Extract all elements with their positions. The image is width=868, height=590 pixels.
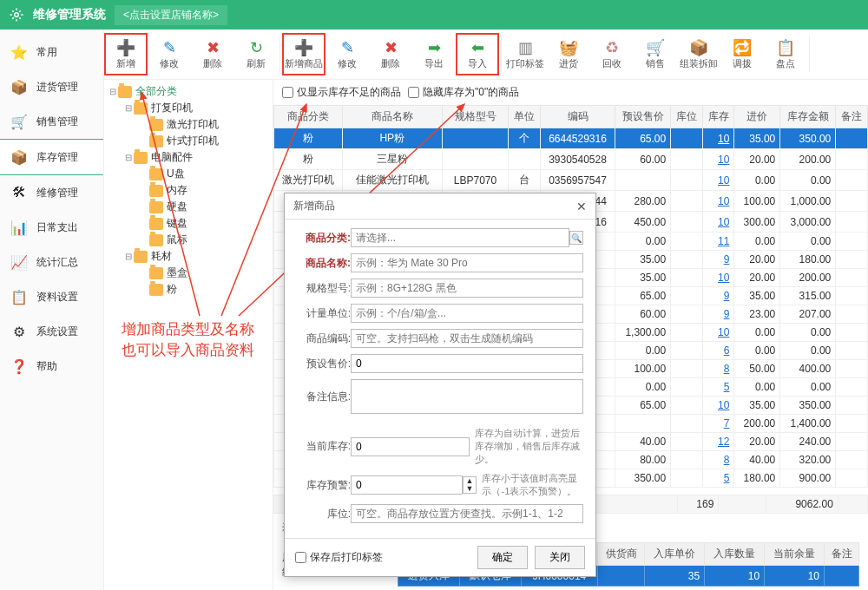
checkbox-icon[interactable] bbox=[408, 87, 419, 98]
cell[interactable]: 9 bbox=[702, 305, 734, 324]
stepper-icon[interactable]: ▲▼ bbox=[463, 476, 477, 494]
cell[interactable]: 5 bbox=[702, 378, 734, 397]
tree-toggle-icon[interactable]: ⊟ bbox=[123, 103, 134, 113]
table-row[interactable]: 粉三星粉393054052860.001020.00200.00 bbox=[274, 149, 868, 170]
ok-button[interactable]: 确定 bbox=[477, 546, 528, 569]
sidebar-item-stock[interactable]: 📦库存管理 bbox=[0, 139, 103, 175]
filter-zero-stock[interactable]: 隐藏库存为"0"的商品 bbox=[408, 85, 519, 100]
cell[interactable]: 8 bbox=[702, 451, 734, 469]
toolbar-修改[interactable]: ✎修改 bbox=[326, 33, 369, 75]
spec-input[interactable] bbox=[351, 279, 583, 298]
name-input[interactable] bbox=[351, 253, 583, 272]
toolbar-调拨[interactable]: 🔁调拨 bbox=[720, 33, 764, 75]
filter-low-stock[interactable]: 仅显示库存不足的商品 bbox=[282, 85, 401, 100]
checkbox-icon[interactable] bbox=[295, 552, 306, 563]
toolbar-组装拆卸[interactable]: 📦组装拆卸 bbox=[677, 33, 720, 75]
toolbar-导出[interactable]: ➡导出 bbox=[412, 33, 456, 75]
cell[interactable]: 10 bbox=[702, 170, 734, 191]
toolbar-进货[interactable]: 🧺进货 bbox=[547, 33, 590, 75]
cell bbox=[836, 191, 868, 212]
cell[interactable]: 10 bbox=[702, 128, 734, 149]
toolbar-label: 修改 bbox=[160, 57, 179, 70]
loc-input[interactable] bbox=[351, 504, 583, 523]
cell[interactable]: 10 bbox=[702, 149, 734, 170]
price-input[interactable] bbox=[351, 354, 583, 373]
toolbar-销售[interactable]: 🛒销售 bbox=[634, 33, 677, 75]
search-icon[interactable]: 🔍 bbox=[569, 231, 583, 245]
tree-toggle-icon[interactable]: ⊟ bbox=[108, 87, 118, 96]
cell[interactable]: 8 bbox=[702, 360, 734, 378]
tree-node[interactable]: ⊟全部分类 bbox=[104, 83, 273, 100]
toolbar-修改[interactable]: ✎修改 bbox=[148, 33, 191, 75]
cell[interactable]: 9 bbox=[702, 287, 734, 305]
cell bbox=[836, 233, 868, 251]
cell: LBP7070 bbox=[442, 170, 509, 191]
sidebar-item-expense[interactable]: 📊日常支出 bbox=[0, 210, 103, 245]
cell: 台 bbox=[509, 170, 541, 191]
stock-input[interactable] bbox=[351, 437, 470, 456]
sidebar-item-sales[interactable]: 🛒销售管理 bbox=[0, 104, 103, 139]
cell[interactable]: 12 bbox=[702, 433, 734, 451]
toolbar-label: 删除 bbox=[381, 57, 400, 70]
shop-name-setter[interactable]: <点击设置店铺名称> bbox=[115, 5, 227, 25]
cell[interactable]: 5 bbox=[702, 469, 734, 488]
tree-node[interactable]: 激光打印机 bbox=[104, 116, 273, 133]
tree-node[interactable]: ⊟电脑配件 bbox=[104, 149, 273, 166]
tree-node[interactable]: 硬盘 bbox=[104, 199, 273, 215]
toolbar-删除[interactable]: ✖删除 bbox=[191, 33, 234, 75]
cell[interactable]: 10 bbox=[702, 269, 734, 287]
tree-node[interactable]: ⊟耗材 bbox=[104, 248, 273, 265]
tree-node[interactable]: 鼠标 bbox=[104, 232, 273, 248]
warn-input[interactable] bbox=[351, 475, 463, 495]
toolbar-回收[interactable]: ♻回收 bbox=[590, 33, 634, 75]
sidebar-item-stats[interactable]: 📈统计汇总 bbox=[0, 245, 103, 279]
code-input[interactable] bbox=[351, 329, 583, 348]
toolbar-盘点[interactable]: 📋盘点 bbox=[764, 33, 807, 75]
cell[interactable]: 10 bbox=[702, 212, 734, 233]
toolbar-新增[interactable]: ➕新增 bbox=[104, 33, 148, 75]
unit-input[interactable] bbox=[351, 304, 583, 323]
sidebar-item-help[interactable]: ❓帮助 bbox=[0, 349, 103, 384]
toolbar-删除[interactable]: ✖删除 bbox=[369, 33, 412, 75]
tree-toggle-icon[interactable]: ⊟ bbox=[123, 252, 134, 261]
table-row[interactable]: 粉HP粉个664452931665.001035.00350.00 bbox=[274, 128, 868, 149]
tree-toggle-icon[interactable]: ⊟ bbox=[123, 153, 134, 162]
cell: 50.00 bbox=[734, 360, 780, 378]
cell: 激光打印机 bbox=[274, 170, 343, 191]
cell[interactable]: 6 bbox=[702, 342, 734, 360]
cell[interactable]: 7 bbox=[702, 415, 734, 433]
cell[interactable]: 11 bbox=[702, 233, 734, 251]
table-row[interactable]: 激光打印机佳能激光打印机LBP7070台0356957547100.000.00 bbox=[274, 170, 868, 191]
toolbar-icon: ✎ bbox=[338, 38, 357, 57]
cell[interactable]: 9 bbox=[702, 251, 734, 269]
sidebar-item-purchase[interactable]: 📦进货管理 bbox=[0, 69, 103, 104]
toolbar-导入[interactable]: ⬅导入 bbox=[456, 33, 499, 75]
tree-node[interactable]: 内存 bbox=[104, 182, 273, 199]
cell: 40.00 bbox=[734, 451, 780, 469]
tree-node[interactable]: ⊟打复印机 bbox=[104, 100, 273, 116]
remark-input[interactable] bbox=[351, 379, 583, 414]
cell[interactable]: 10 bbox=[702, 324, 734, 342]
save-print-checkbox[interactable]: 保存后打印标签 bbox=[295, 550, 383, 565]
sidebar-item-data[interactable]: 📋资料设置 bbox=[0, 279, 103, 314]
tree-node[interactable]: 针式打印机 bbox=[104, 133, 273, 149]
toolbar-打印标签[interactable]: ▥打印标签 bbox=[503, 33, 547, 75]
cell[interactable]: 10 bbox=[702, 191, 734, 212]
cell[interactable]: 10 bbox=[702, 397, 734, 415]
checkbox-icon[interactable] bbox=[282, 87, 293, 98]
tree-node[interactable]: 粉 bbox=[104, 281, 273, 298]
sidebar-item-repair[interactable]: 🛠维修管理 bbox=[0, 175, 103, 210]
tree-node[interactable]: 键盘 bbox=[104, 215, 273, 232]
tree-node[interactable]: 墨盒 bbox=[104, 265, 273, 281]
cell: 20.00 bbox=[734, 149, 780, 170]
sidebar-item-common[interactable]: ⭐常用 bbox=[0, 35, 103, 69]
cancel-button[interactable]: 关闭 bbox=[535, 546, 585, 569]
toolbar-刷新[interactable]: ↻刷新 bbox=[234, 33, 278, 75]
close-icon[interactable]: ✕ bbox=[576, 200, 587, 213]
category-input[interactable] bbox=[351, 228, 569, 247]
folder-icon bbox=[149, 168, 163, 180]
tree-node[interactable]: U盘 bbox=[104, 166, 273, 182]
toolbar-icon: ➡ bbox=[424, 38, 444, 57]
sidebar-item-system[interactable]: ⚙系统设置 bbox=[0, 314, 103, 349]
toolbar-新增商品[interactable]: ➕新增商品 bbox=[282, 33, 326, 75]
